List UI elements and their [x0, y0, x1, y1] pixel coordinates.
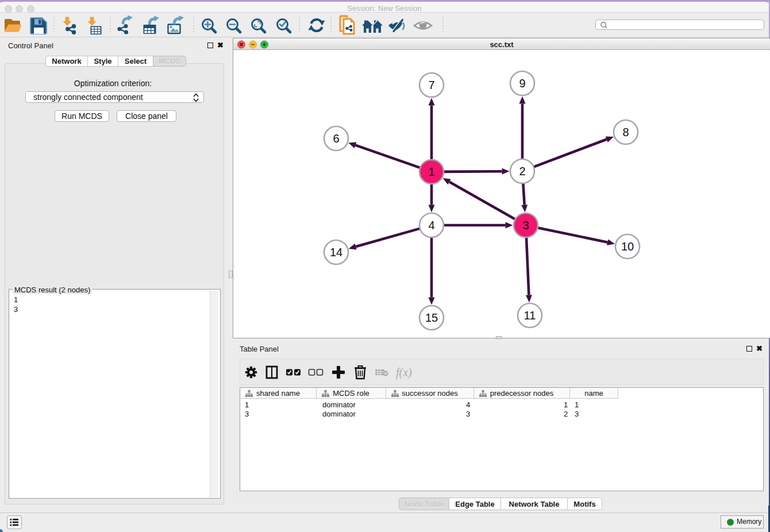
svg-text:3: 3: [522, 219, 529, 232]
svg-text:15: 15: [425, 311, 438, 324]
svg-text:14: 14: [330, 246, 342, 259]
svg-text:6: 6: [333, 132, 339, 145]
svg-text:4: 4: [428, 219, 434, 232]
svg-text:10: 10: [621, 240, 634, 253]
svg-text:f(x): f(x): [396, 366, 412, 379]
svg-text:8: 8: [622, 126, 629, 138]
svg-text:7: 7: [428, 79, 434, 91]
svg-text:9: 9: [519, 77, 525, 90]
svg-text:11: 11: [524, 309, 536, 322]
svg-text:2: 2: [519, 165, 525, 178]
svg-text:1: 1: [428, 165, 434, 178]
